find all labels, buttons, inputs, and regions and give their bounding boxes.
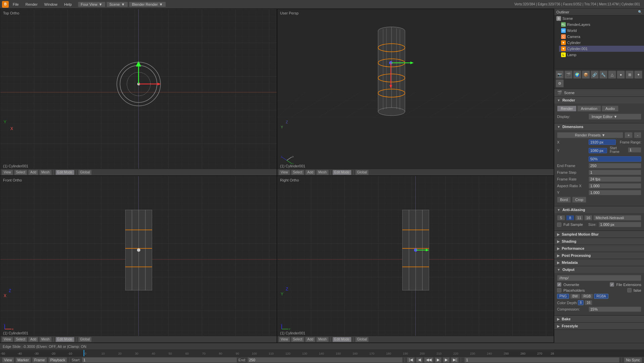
tl-jump-start-btn[interactable]: |◀ [407, 357, 415, 363]
prop-icon-physics[interactable]: ⚙ [556, 79, 564, 87]
vt-right-mode-btn[interactable]: Edit Mode [332, 337, 352, 342]
render-section-header[interactable]: ▼ Render [554, 97, 644, 104]
full-sample-cb[interactable] [557, 223, 561, 227]
tl-current-val[interactable]: 1 [464, 357, 619, 363]
frame-step-val[interactable]: 1 [589, 170, 641, 175]
outliner-item-world[interactable]: W World [559, 28, 644, 34]
aspect-x-val[interactable]: 1.000 [589, 183, 641, 189]
file-ext-cb[interactable]: ✓ [610, 282, 614, 287]
outliner-item-scene[interactable]: S Scene [554, 15, 644, 22]
cache-result-cb[interactable] [627, 288, 632, 292]
prop-icon-texture[interactable]: ⊞ [626, 71, 634, 79]
format-rgba-btn[interactable]: RGBA [594, 294, 608, 299]
vt-select-btn[interactable]: Select [14, 170, 28, 175]
tab-render[interactable]: Render [557, 106, 577, 112]
vt-persp-mode-btn[interactable]: Edit Mode [332, 170, 352, 175]
overwrite-cb[interactable]: ✓ [557, 282, 561, 287]
display-value-btn[interactable]: Image Editor ▼ [589, 114, 641, 120]
vt-right-mesh-btn[interactable]: Mesh [316, 337, 328, 342]
outliner-item-lamp[interactable]: L Lamp [559, 52, 644, 58]
vt-mode-btn[interactable]: Edit Mode [55, 170, 75, 175]
format-bw-btn[interactable]: BW [570, 294, 580, 299]
engine-btn[interactable]: Blender Render ▼ [129, 2, 166, 7]
vt-mesh-btn[interactable]: Mesh [39, 170, 51, 175]
placeholders-cb[interactable] [557, 288, 561, 292]
border-btn[interactable]: Bord [557, 197, 571, 203]
timeline-bar[interactable]: -50 -40 -30 -20 -10 0 10 20 30 40 50 60 … [0, 350, 644, 356]
performance-header[interactable]: ▶ Performance [554, 245, 644, 252]
vt-right-add-btn[interactable]: Add [305, 337, 315, 342]
prop-icon-render[interactable]: 📷 [556, 71, 564, 79]
tl-next-frame-btn[interactable]: ▶ [443, 357, 450, 363]
scene-btn[interactable]: Scene ▼ [106, 2, 128, 7]
aa-5[interactable]: 5 [557, 215, 565, 220]
tl-jump-end-btn[interactable]: ▶| [451, 357, 459, 363]
prop-icon-material[interactable]: ● [617, 71, 625, 79]
menu-window[interactable]: Window [42, 2, 60, 7]
vt-right-view-btn[interactable]: View [279, 337, 290, 342]
render-presets-del[interactable]: - [634, 132, 641, 138]
res-x-value[interactable]: 1920 px [589, 139, 616, 145]
render-presets-btn[interactable]: Render Presets ▼ [557, 132, 623, 138]
crop-btn[interactable]: Crop [572, 197, 586, 203]
tl-frame-btn[interactable]: Frame [32, 357, 47, 363]
aa-header[interactable]: ▼ Anti-Aliasing [554, 206, 644, 213]
tl-view-btn[interactable]: View [2, 357, 14, 363]
smb-header[interactable]: ▶ Sampled Motion Blur [554, 231, 644, 238]
view-mode-btn[interactable]: Four View ▼ [78, 2, 105, 7]
aa-8[interactable]: 8 [566, 215, 574, 220]
post-processing-header[interactable]: ▶ Post Processing [554, 252, 644, 259]
format-png-btn[interactable]: PNG [557, 294, 569, 299]
render-presets-add[interactable]: + [625, 132, 633, 138]
res-pct-value[interactable]: 50% [589, 156, 641, 162]
viewport-user-persp[interactable]: User Persp Y Z [277, 9, 554, 176]
outliner-item-cylinder001[interactable]: ▼ Cylinder.001 [559, 46, 644, 52]
viewport-top-ortho[interactable]: Top Ortho [0, 9, 277, 176]
vt-front-add-btn[interactable]: Add [28, 337, 38, 342]
shading-header[interactable]: ▶ Shading [554, 238, 644, 245]
vt-front-mode-btn[interactable]: Edit Mode [55, 337, 75, 342]
dimensions-header[interactable]: ▼ Dimensions [554, 123, 644, 130]
tl-playback-btn[interactable]: Playback [48, 357, 67, 363]
output-path-input[interactable] [557, 275, 641, 281]
prop-icon-scene[interactable]: 🎬 [564, 71, 572, 79]
tl-end-val[interactable]: 250 [247, 357, 403, 363]
tab-animation[interactable]: Animation [577, 106, 601, 112]
vt-add-btn[interactable]: Add [28, 170, 38, 175]
vt-persp-select-btn[interactable]: Select [291, 170, 305, 175]
fps-val[interactable]: 24 fps [589, 176, 641, 182]
outliner-item-renderlayers[interactable]: RL RenderLayers [559, 22, 644, 28]
vt-view-btn[interactable]: View [2, 170, 13, 175]
prop-icon-modifiers[interactable]: 🔧 [599, 71, 607, 79]
vt-front-view-btn[interactable]: View [2, 337, 13, 342]
aspect-y-val[interactable]: 1.000 [589, 190, 641, 195]
menu-render[interactable]: Render [23, 2, 40, 7]
vt-persp-view-btn[interactable]: View [279, 170, 290, 175]
vt-right-select-btn[interactable]: Select [291, 337, 305, 342]
vt-right-global-btn[interactable]: Global [355, 337, 369, 342]
tl-sync-btn[interactable]: No Sync [624, 357, 642, 363]
vt-front-select-btn[interactable]: Select [14, 337, 28, 342]
size-val[interactable]: 1.000 px [599, 222, 641, 227]
prop-icon-particles[interactable]: ✦ [634, 71, 642, 79]
tl-play-btn[interactable]: ▶ [435, 357, 442, 363]
color-depth-16[interactable]: 16 [585, 300, 592, 305]
vt-persp-add-btn[interactable]: Add [305, 170, 315, 175]
vt-persp-global-btn[interactable]: Global [355, 170, 369, 175]
menu-file[interactable]: File [10, 2, 21, 7]
vt-front-global-btn[interactable]: Global [78, 337, 92, 342]
tl-marker-btn[interactable]: Marker [15, 357, 31, 363]
format-rgb-btn[interactable]: RGB [581, 294, 593, 299]
tl-prev-frame-btn[interactable]: ◀ [416, 357, 423, 363]
tab-audio[interactable]: Audio [602, 106, 618, 112]
vt-global-btn[interactable]: Global [78, 170, 92, 175]
color-depth-8[interactable]: 8 [578, 300, 584, 305]
metadata-header[interactable]: ▶ Metadata [554, 259, 644, 266]
compression-value[interactable]: 15% [589, 307, 641, 312]
tl-start-val[interactable]: 1 [82, 357, 237, 363]
vt-front-mesh-btn[interactable]: Mesh [39, 337, 51, 342]
vt-persp-mesh-btn[interactable]: Mesh [316, 170, 328, 175]
end-frame-val[interactable]: 250 [589, 163, 641, 168]
outliner-item-camera[interactable]: C Camera [559, 34, 644, 40]
prop-icon-constraints[interactable]: 🔗 [591, 71, 599, 79]
